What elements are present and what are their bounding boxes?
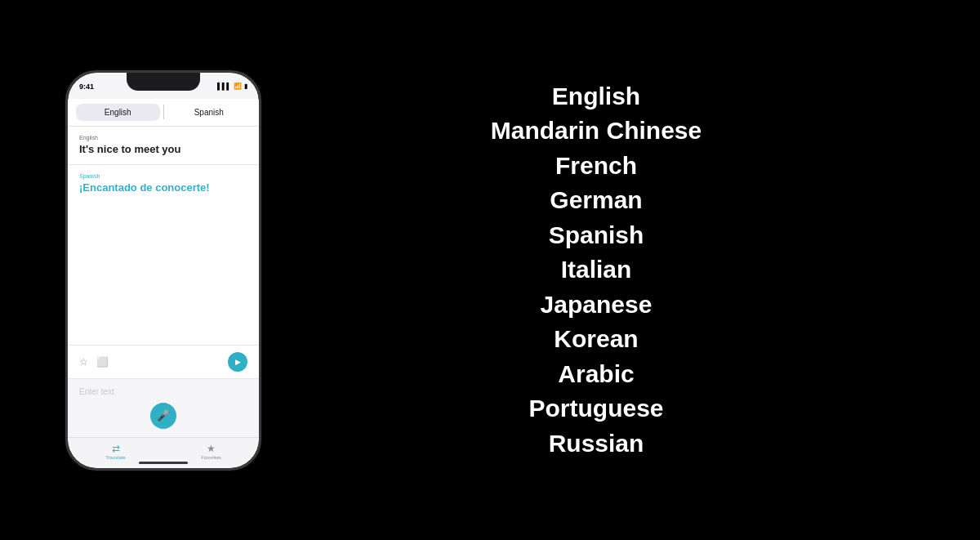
- phone-wrapper: 9:41 ▌▌▌ 📶 ▮ English Spanish En: [65, 70, 261, 471]
- source-lang-button[interactable]: English: [76, 104, 160, 121]
- phone-screen: 9:41 ▌▌▌ 📶 ▮ English Spanish En: [68, 73, 259, 468]
- microphone-button[interactable]: 🎤: [150, 403, 176, 429]
- target-text: ¡Encantado de conocerte!: [79, 181, 247, 195]
- action-icons-group: ☆ ⬜: [79, 356, 109, 368]
- language-list-item: Korean: [554, 323, 638, 356]
- language-picker: English Spanish: [68, 99, 259, 127]
- favorite-icon[interactable]: ☆: [79, 356, 88, 368]
- language-list-item: Italian: [561, 253, 632, 287]
- status-time: 9:41: [79, 83, 94, 91]
- power-button: [261, 154, 261, 187]
- scene: 9:41 ▌▌▌ 📶 ▮ English Spanish En: [0, 0, 980, 540]
- battery-icon: ▮: [244, 83, 247, 90]
- tab-favorites[interactable]: ★ Favorites: [201, 443, 221, 460]
- enter-text-placeholder[interactable]: Enter text: [79, 387, 247, 396]
- lang-picker-divider: [163, 105, 164, 119]
- signal-icon: ▌▌▌: [217, 83, 231, 90]
- source-section: English It's nice to meet you: [68, 127, 259, 166]
- language-list-item: French: [555, 150, 637, 183]
- target-lang-label: Spanish: [79, 173, 247, 179]
- volume-down-button: [65, 163, 66, 181]
- target-section: Spanish ¡Encantado de conocerte!: [68, 165, 259, 344]
- language-list: EnglishMandarin ChineseFrenchGermanSpani…: [261, 80, 980, 461]
- tab-translate[interactable]: ⇄ Translate: [105, 443, 126, 460]
- source-lang-label: English: [79, 135, 247, 141]
- language-list-item: Arabic: [558, 358, 634, 391]
- volume-up-button: [65, 138, 66, 156]
- language-list-item: Mandarin Chinese: [491, 114, 702, 148]
- input-area: Enter text 🎤: [68, 378, 259, 437]
- play-button[interactable]: ▶: [228, 352, 247, 372]
- source-text: It's nice to meet you: [79, 143, 247, 157]
- silent-switch: [65, 187, 66, 205]
- target-lang-button[interactable]: Spanish: [167, 104, 252, 121]
- translate-icon: ⇄: [112, 443, 120, 454]
- wifi-icon: 📶: [234, 83, 242, 90]
- copy-icon[interactable]: ⬜: [96, 356, 109, 368]
- language-list-item: Japanese: [541, 288, 653, 322]
- action-bar: ☆ ⬜ ▶: [68, 345, 259, 378]
- language-list-item: Portuguese: [528, 392, 663, 426]
- status-icons: ▌▌▌ 📶 ▮: [217, 83, 247, 90]
- phone: 9:41 ▌▌▌ 📶 ▮ English Spanish En: [65, 70, 261, 471]
- translation-area: English It's nice to meet you Spanish ¡E…: [68, 127, 259, 345]
- language-list-item: Russian: [549, 427, 644, 461]
- language-list-item: German: [550, 184, 642, 217]
- favorites-icon: ★: [207, 443, 216, 454]
- translate-tab-label: Translate: [105, 455, 126, 460]
- home-indicator: [139, 462, 188, 464]
- language-list-item: Spanish: [549, 219, 644, 252]
- favorites-tab-label: Favorites: [201, 455, 221, 460]
- phone-notch: [127, 73, 200, 91]
- language-list-item: English: [552, 80, 640, 114]
